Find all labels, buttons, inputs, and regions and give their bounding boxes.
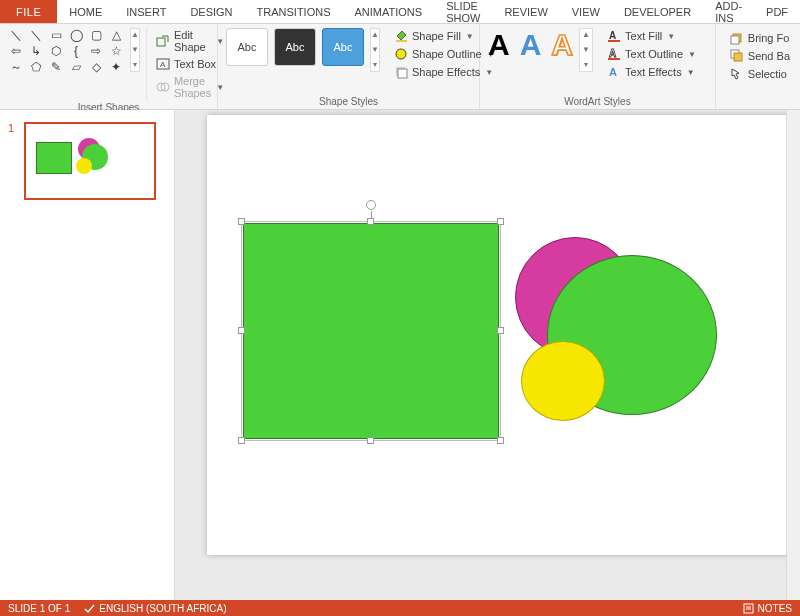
svg-text:A: A xyxy=(609,48,616,59)
slide-thumbnail-panel[interactable]: 1 xyxy=(0,110,175,600)
group-shape-styles-label: Shape Styles xyxy=(226,94,471,107)
resize-handle-e[interactable] xyxy=(497,327,504,334)
gallery-more-icon[interactable]: ▾ xyxy=(371,59,379,71)
thumb-yellow-circle-icon xyxy=(76,158,92,174)
status-slide-indicator[interactable]: SLIDE 1 OF 1 xyxy=(8,603,70,614)
tab-addins[interactable]: ADD-INS xyxy=(703,0,754,23)
resize-handle-sw[interactable] xyxy=(238,437,245,444)
gallery-down-icon[interactable]: ▼ xyxy=(131,44,139,56)
tab-animations[interactable]: ANIMATIONS xyxy=(343,0,435,23)
tab-developer[interactable]: DEVELOPER xyxy=(612,0,703,23)
resize-handle-n[interactable] xyxy=(367,218,374,225)
selection-frame[interactable] xyxy=(241,221,501,441)
status-language-label: ENGLISH (SOUTH AFRICA) xyxy=(99,603,226,614)
shape-connector-icon[interactable]: ↳ xyxy=(28,44,44,58)
tab-review[interactable]: REVIEW xyxy=(492,0,559,23)
merge-shapes-button: Merge Shapes▼ xyxy=(153,74,227,100)
shapes-gallery-scroll[interactable]: ▲ ▼ ▾ xyxy=(130,28,140,72)
shape-poly-icon[interactable]: ⬠ xyxy=(28,60,44,74)
thumbnail-1[interactable]: 1 xyxy=(8,122,166,200)
resize-handle-se[interactable] xyxy=(497,437,504,444)
style-thumb-blue[interactable]: Abc xyxy=(322,28,364,66)
gallery-up-icon[interactable]: ▲ xyxy=(580,29,592,41)
text-box-button[interactable]: A Text Box xyxy=(153,56,227,72)
tab-pdf[interactable]: PDF xyxy=(754,0,800,23)
tab-design[interactable]: DESIGN xyxy=(178,0,244,23)
gallery-down-icon[interactable]: ▼ xyxy=(371,44,379,56)
tab-slideshow[interactable]: SLIDE SHOW xyxy=(434,0,492,23)
shape-fill-label: Shape Fill xyxy=(412,30,461,42)
resize-handle-nw[interactable] xyxy=(238,218,245,225)
shape-line-icon[interactable]: ＼ xyxy=(8,28,24,42)
tab-home[interactable]: HOME xyxy=(57,0,114,23)
wordart-thumb-2[interactable]: A xyxy=(520,28,542,62)
wordart-gallery[interactable]: A A A xyxy=(488,28,573,62)
shape-callout-icon[interactable]: ◇ xyxy=(88,60,104,74)
resize-handle-s[interactable] xyxy=(367,437,374,444)
shape-arrowR-icon[interactable]: ⇨ xyxy=(88,44,104,58)
effects-icon xyxy=(394,65,408,79)
shape-curve-icon[interactable]: ～ xyxy=(8,60,24,74)
edit-shape-button[interactable]: Edit Shape▼ xyxy=(153,28,227,54)
gallery-more-icon[interactable]: ▾ xyxy=(580,59,592,71)
tab-transitions[interactable]: TRANSITIONS xyxy=(245,0,343,23)
send-backward-icon xyxy=(730,49,744,63)
tab-insert[interactable]: INSERT xyxy=(114,0,178,23)
shape-star-icon[interactable]: ☆ xyxy=(108,44,124,58)
status-language[interactable]: ENGLISH (SOUTH AFRICA) xyxy=(84,603,226,614)
shape-freeform-icon[interactable]: ✎ xyxy=(48,60,64,74)
text-effects-label: Text Effects xyxy=(625,66,682,78)
rotate-handle-icon[interactable] xyxy=(366,200,376,210)
shape-triangle-icon[interactable]: △ xyxy=(108,28,124,42)
style-thumb-dark[interactable]: Abc xyxy=(274,28,316,66)
edit-shape-icon xyxy=(156,34,170,48)
shape-brace-icon[interactable]: { xyxy=(68,44,84,58)
wordart-thumb-3[interactable]: A xyxy=(551,28,573,62)
selection-pane-icon xyxy=(730,67,744,81)
wordart-thumb-1[interactable]: A xyxy=(488,28,510,62)
style-thumb-light[interactable]: Abc xyxy=(226,28,268,66)
shape-oval-icon[interactable]: ◯ xyxy=(68,28,84,42)
style-gallery-scroll[interactable]: ▲ ▼ ▾ xyxy=(370,28,380,72)
group-insert-shapes: ＼ ＼ ▭ ◯ ▢ △ ⇦ ↳ ⬡ { ⇨ ☆ ～ ⬠ ✎ ▱ ◇ ✦ ▲ xyxy=(0,24,218,109)
text-outline-button[interactable]: A Text Outline▼ xyxy=(605,46,698,62)
vertical-scrollbar[interactable] xyxy=(786,110,800,600)
gallery-more-icon[interactable]: ▾ xyxy=(131,59,139,71)
status-bar: SLIDE 1 OF 1 ENGLISH (SOUTH AFRICA) NOTE… xyxy=(0,600,800,616)
wordart-gallery-scroll[interactable]: ▲ ▼ ▾ xyxy=(579,28,593,72)
bring-forward-button[interactable]: Bring Fo xyxy=(728,30,792,46)
shape-hex-icon[interactable]: ⬡ xyxy=(48,44,64,58)
text-fill-button[interactable]: A Text Fill▼ xyxy=(605,28,698,44)
shapes-gallery[interactable]: ＼ ＼ ▭ ◯ ▢ △ ⇦ ↳ ⬡ { ⇨ ☆ ～ ⬠ ✎ ▱ ◇ ✦ xyxy=(8,28,124,74)
tab-view[interactable]: VIEW xyxy=(560,0,612,23)
gallery-up-icon[interactable]: ▲ xyxy=(131,29,139,41)
shape-roundrect-icon[interactable]: ▢ xyxy=(88,28,104,42)
shape-line2-icon[interactable]: ＼ xyxy=(28,28,44,42)
shape-arrowL-icon[interactable]: ⇦ xyxy=(8,44,24,58)
slide-canvas-area[interactable] xyxy=(175,110,800,600)
text-outline-label: Text Outline xyxy=(625,48,683,60)
svg-rect-10 xyxy=(608,40,620,42)
svg-text:A: A xyxy=(609,66,617,78)
gallery-down-icon[interactable]: ▼ xyxy=(580,44,592,56)
group-arrange-overflow: Bring Fo Send Ba Selectio xyxy=(716,24,800,109)
status-notes[interactable]: NOTES xyxy=(743,603,792,614)
bring-forward-label: Bring Fo xyxy=(748,32,790,44)
selection-pane-label: Selectio xyxy=(748,68,787,80)
shape-rect-icon[interactable]: ▭ xyxy=(48,28,64,42)
resize-handle-w[interactable] xyxy=(238,327,245,334)
thumbnail-preview[interactable] xyxy=(24,122,156,200)
text-effects-button[interactable]: A Text Effects▼ xyxy=(605,64,698,80)
selection-pane-button[interactable]: Selectio xyxy=(728,66,792,82)
text-effects-icon: A xyxy=(607,65,621,79)
shape-plus-icon[interactable]: ✦ xyxy=(108,60,124,74)
gallery-up-icon[interactable]: ▲ xyxy=(371,29,379,41)
send-backward-button[interactable]: Send Ba xyxy=(728,48,792,64)
shape-cloud-icon[interactable]: ▱ xyxy=(68,60,84,74)
resize-handle-ne[interactable] xyxy=(497,218,504,225)
slide[interactable] xyxy=(207,115,797,555)
tab-file[interactable]: FILE xyxy=(0,0,57,23)
shape-style-gallery[interactable]: Abc Abc Abc xyxy=(226,28,364,66)
svg-text:A: A xyxy=(609,30,616,41)
shape-yellow-circle[interactable] xyxy=(521,341,605,421)
